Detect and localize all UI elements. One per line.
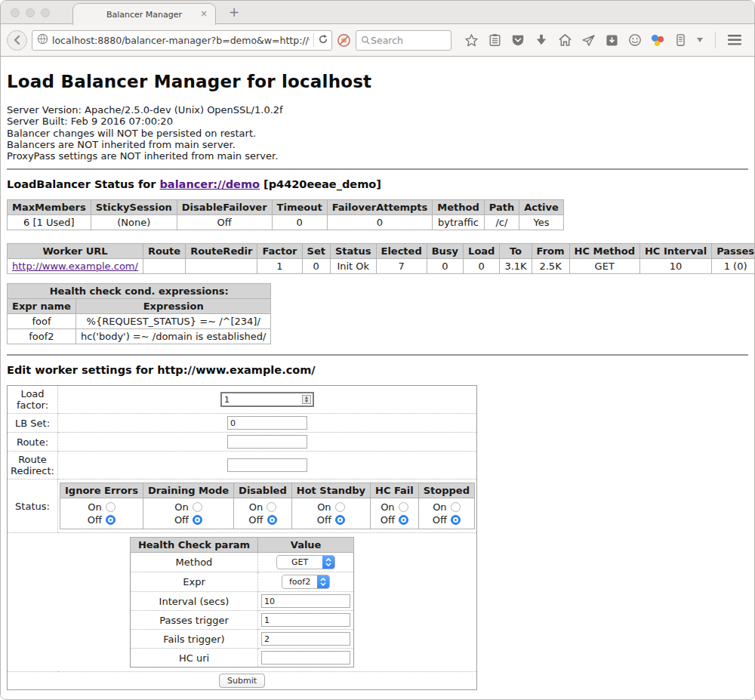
chat-smiley-icon[interactable] (627, 32, 643, 48)
hc-method-select[interactable]: GET (276, 555, 335, 569)
col-elected: Elected (376, 244, 427, 259)
tab-close-icon[interactable]: × (200, 9, 208, 18)
status-cell: Init Ok (330, 259, 376, 274)
method-value: bytraffic (433, 215, 484, 230)
col-timeout: Timeout (272, 200, 327, 215)
hc-fails-input[interactable] (261, 632, 350, 646)
ignore-errors-off-radio[interactable] (106, 515, 116, 525)
toolbar-separator (715, 32, 716, 48)
search-bar[interactable] (356, 30, 451, 51)
worker-url-link[interactable]: http://www.example.com/ (12, 261, 138, 272)
hc-method-value-cell: GET (258, 553, 354, 572)
reload-button[interactable] (318, 33, 328, 48)
col-draining-mode: Draining Mode (143, 483, 233, 498)
url-text[interactable]: localhost:8880/balancer-manager?b=demo&w… (52, 35, 310, 46)
hc-expr-value-cell: foof2 (258, 572, 354, 592)
hot-standby-on-radio[interactable] (335, 502, 345, 512)
hc-fails-value-cell (258, 630, 354, 649)
page-content: Load Balancer Manager for localhost Serv… (1, 57, 754, 700)
hc-fail-radios: On Off (371, 498, 419, 529)
status-row-form: Status: Ignore Errors Draining Mode Disa… (8, 480, 477, 533)
route-redirect-row: Route Redirect: (8, 452, 477, 480)
col-to: To (500, 244, 532, 259)
download-icon[interactable] (534, 32, 549, 48)
route-redirect-input[interactable] (227, 458, 307, 472)
off-label: Off (433, 513, 447, 526)
select-stepper-icon (322, 555, 334, 569)
hc-fails-label: Fails trigger) (130, 630, 257, 649)
hot-standby-off-radio[interactable] (335, 515, 345, 525)
url-bar[interactable]: localhost:8880/balancer-manager?b=demo&w… (32, 30, 332, 51)
draining-mode-off-radio[interactable] (193, 515, 202, 525)
hc-params-row: Health Check param Value Method GET (8, 533, 477, 672)
col-set: Set (302, 244, 330, 259)
reading-list-icon[interactable] (487, 32, 502, 48)
content-blocked-icon[interactable] (337, 32, 351, 48)
hc-params-table: Health Check param Value Method GET (130, 537, 354, 668)
balancer-demo-link[interactable]: balancer://demo (159, 178, 260, 190)
status-header-row: Ignore Errors Draining Mode Disabled Hot… (60, 483, 475, 498)
hc-fail-off-radio[interactable] (399, 515, 408, 525)
hc-uri-row: HC uri (130, 649, 353, 668)
back-button[interactable] (7, 30, 27, 51)
disabled-off-radio[interactable] (267, 515, 277, 525)
status-radio-row: On Off On Off On Off (60, 498, 475, 529)
on-label: On (174, 501, 188, 513)
overflow-caret-icon[interactable] (696, 32, 704, 48)
ignore-errors-on-radio[interactable] (106, 502, 116, 512)
new-tab-button[interactable]: + (229, 5, 239, 20)
col-expr-name: Expr name (8, 299, 76, 314)
home-icon[interactable] (557, 32, 572, 48)
to-cell: 3.1K (500, 259, 532, 274)
expr-row-foof: foof %{REQUEST_STATUS} =~ /^[234]/ (8, 314, 271, 329)
pocket-icon[interactable] (510, 32, 525, 48)
load-factor-input[interactable] (220, 392, 314, 407)
lb-set-row: LB Set: (8, 414, 477, 433)
hc-fail-on-radio[interactable] (399, 502, 408, 512)
route-redirect-cell (58, 452, 477, 480)
submit-button[interactable]: Submit (219, 674, 265, 688)
disablefailover-value: Off (177, 215, 272, 230)
expr-name-foof2: foof2 (8, 329, 76, 344)
share-send-icon[interactable] (581, 32, 596, 48)
save-to-device-icon[interactable] (604, 32, 619, 48)
container-extension-icon[interactable] (673, 32, 688, 48)
col-passes: Passes (712, 244, 755, 259)
inherit-notice-line: Balancers are NOT inherited from main se… (7, 139, 748, 150)
minimize-window-button[interactable] (26, 8, 35, 17)
expr-name-foof: foof (8, 314, 76, 329)
passes-cell: 1 (0) (712, 259, 755, 274)
stopped-off-radio[interactable] (451, 515, 461, 525)
bookmark-star-icon[interactable] (464, 32, 479, 48)
expr-value-foof: %{REQUEST_STATUS} =~ /^[234]/ (76, 314, 271, 329)
lb-set-input[interactable] (227, 416, 307, 430)
hc-params-cell: Health Check param Value Method GET (8, 533, 477, 672)
zoom-window-button[interactable] (41, 8, 50, 17)
draining-mode-on-radio[interactable] (193, 502, 202, 512)
stopped-on-radio[interactable] (451, 502, 461, 512)
lb-status-heading-suffix: [p4420eeae_demo] (260, 178, 381, 190)
expr-row-foof2: foof2 hc('body') =~ /domain is establish… (8, 329, 271, 344)
disabled-on-radio[interactable] (267, 502, 276, 512)
color-dots-extension-icon[interactable] (651, 33, 664, 47)
search-input[interactable] (371, 35, 446, 46)
hc-passes-input[interactable] (261, 613, 350, 627)
number-stepper-icon[interactable]: ▲▼ (302, 395, 311, 404)
menu-hamburger-icon[interactable] (727, 32, 742, 48)
edit-worker-form: Load factor: ▲▼ LB Set: Route: (7, 385, 477, 690)
workers-header-row: Worker URL Route RouteRedir Factor Set S… (8, 244, 755, 259)
submit-cell: Submit (8, 672, 477, 690)
route-input[interactable] (227, 435, 307, 449)
hc-uri-input[interactable] (261, 651, 350, 665)
hc-interval-input[interactable] (261, 594, 350, 608)
on-label: On (433, 501, 446, 513)
hc-method-cell: GET (569, 259, 639, 274)
route-row: Route: (8, 433, 477, 452)
lb-set-label: LB Set: (8, 414, 58, 433)
col-busy: Busy (427, 244, 463, 259)
hc-expr-select[interactable]: foof2 (282, 575, 330, 589)
tab-balancer-manager[interactable]: Balancer Manager × (72, 3, 216, 25)
site-identity-globe-icon[interactable] (37, 33, 48, 48)
col-failoverattempts: FailoverAttempts (327, 200, 433, 215)
close-window-button[interactable] (11, 8, 20, 17)
